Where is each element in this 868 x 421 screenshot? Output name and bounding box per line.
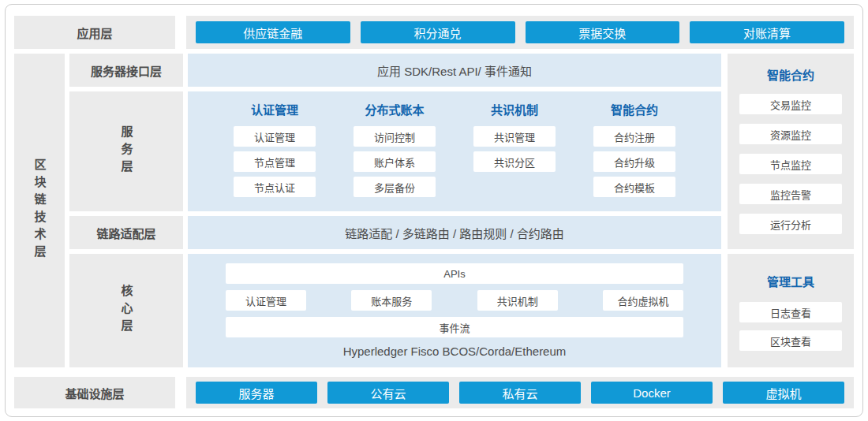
- app-button-supply-chain-finance[interactable]: 供应链金融: [196, 21, 350, 43]
- interface-layer-label: 服务器接口层: [69, 54, 183, 87]
- service-chip: 共识管理: [473, 126, 556, 147]
- service-chip: 合约模板: [593, 177, 675, 197]
- infra-layer-label: 基础设施层: [14, 377, 175, 408]
- monitor-chip: 资源监控: [739, 124, 842, 144]
- core-modules-row: 认证管理 账本服务 共识机制 合约虚拟机: [226, 290, 683, 311]
- service-chip: 共识分区: [473, 151, 556, 172]
- service-group-ledger: 分布式账本 访问控制 账户体系 多层备份: [354, 102, 436, 211]
- service-group-auth: 认证管理 认证管理 节点管理 节点认证: [234, 102, 316, 211]
- monitor-chip: 节点监控: [739, 154, 842, 174]
- service-chip: 多层备份: [354, 177, 436, 197]
- infra-button-vm[interactable]: 虚拟机: [723, 382, 844, 404]
- tools-panel-title: 管理工具: [767, 273, 814, 289]
- core-module-chip: 认证管理: [226, 290, 306, 311]
- link-adapt-strip: 链路适配 / 多链路由 / 路由规则 / 合约路由: [188, 216, 721, 249]
- monitor-panel-title: 智能合约: [767, 66, 814, 83]
- blockchain-tech-layer-label: 区块链技术层: [14, 54, 65, 367]
- infra-button-docker[interactable]: Docker: [591, 382, 713, 404]
- core-layer-label: 核心层: [69, 254, 183, 367]
- service-layer-text: 服务层: [121, 125, 133, 177]
- service-group-title: 认证管理: [234, 102, 316, 118]
- tools-items: 日志查看 区块查看: [739, 302, 842, 351]
- app-button-points-exchange[interactable]: 积分通兑: [361, 21, 515, 43]
- infra-button-server[interactable]: 服务器: [196, 382, 317, 404]
- apis-bar: APIs: [226, 263, 683, 284]
- core-module-chip: 账本服务: [351, 290, 432, 311]
- infra-layer-strip: 服务器 公有云 私有云 Docker 虚拟机: [186, 377, 854, 408]
- service-layer-panel: 认证管理 认证管理 节点管理 节点认证 分布式账本 访问控制 账户体系 多层备份…: [188, 91, 721, 211]
- service-chip: 合约注册: [593, 126, 675, 147]
- monitor-chip: 监控告警: [739, 184, 842, 204]
- core-module-chip: 共识机制: [477, 290, 558, 311]
- core-layer-text: 核心层: [121, 285, 133, 337]
- app-layer-strip: 供应链金融 积分通兑 票据交换 对账清算: [186, 16, 854, 49]
- tools-panel: 管理工具 日志查看 区块查看: [728, 254, 854, 367]
- platforms-text: Hyperledger Fisco BCOS/Corda/Ethereum: [226, 345, 683, 358]
- service-group-title: 分布式账本: [354, 102, 436, 118]
- tools-chip: 区块查看: [739, 330, 842, 351]
- core-layer-inner: APIs 认证管理 账本服务 共识机制 合约虚拟机 事件流 Hyperledge…: [226, 254, 683, 358]
- service-chip: 认证管理: [234, 126, 316, 147]
- service-group-smart-contract: 智能合约 合约注册 合约升级 合约模板: [593, 102, 675, 211]
- service-chip: 节点管理: [234, 151, 316, 172]
- service-chip: 节点认证: [234, 177, 316, 197]
- link-adapt-layer-label: 链路适配层: [69, 216, 183, 249]
- service-chip: 账户体系: [354, 151, 436, 172]
- service-chip: 合约升级: [593, 151, 675, 172]
- app-button-bill-exchange[interactable]: 票据交换: [526, 21, 680, 43]
- service-chip: 访问控制: [354, 126, 436, 147]
- monitor-items: 交易监控 资源监控 节点监控 监控告警 运行分析: [739, 94, 842, 234]
- monitor-chip: 运行分析: [739, 214, 842, 234]
- monitor-chip: 交易监控: [739, 94, 842, 114]
- core-module-chip: 合约虚拟机: [603, 290, 683, 311]
- service-group-consensus: 共识机制 共识管理 共识分区: [473, 102, 556, 211]
- blockchain-tech-layer-text: 区块链技术层: [34, 158, 46, 263]
- infra-button-public-cloud[interactable]: 公有云: [327, 382, 449, 404]
- infra-button-private-cloud[interactable]: 私有云: [459, 382, 581, 404]
- event-stream-bar: 事件流: [226, 317, 683, 337]
- app-button-reconciliation-clearing[interactable]: 对账清算: [690, 21, 844, 43]
- service-group-title: 共识机制: [473, 102, 556, 118]
- app-layer-label: 应用层: [14, 16, 175, 49]
- sdk-api-strip: 应用 SDK/Rest API/ 事件通知: [188, 54, 721, 87]
- architecture-diagram: 应用层 供应链金融 积分通兑 票据交换 对账清算 区块链技术层 服务器接口层 服…: [0, 0, 868, 421]
- service-group-title: 智能合约: [593, 102, 675, 118]
- core-layer-panel: APIs 认证管理 账本服务 共识机制 合约虚拟机 事件流 Hyperledge…: [188, 254, 721, 367]
- tools-chip: 日志查看: [739, 302, 842, 322]
- service-layer-label: 服务层: [69, 91, 183, 211]
- monitor-panel: 智能合约 交易监控 资源监控 节点监控 监控告警 运行分析: [728, 54, 854, 249]
